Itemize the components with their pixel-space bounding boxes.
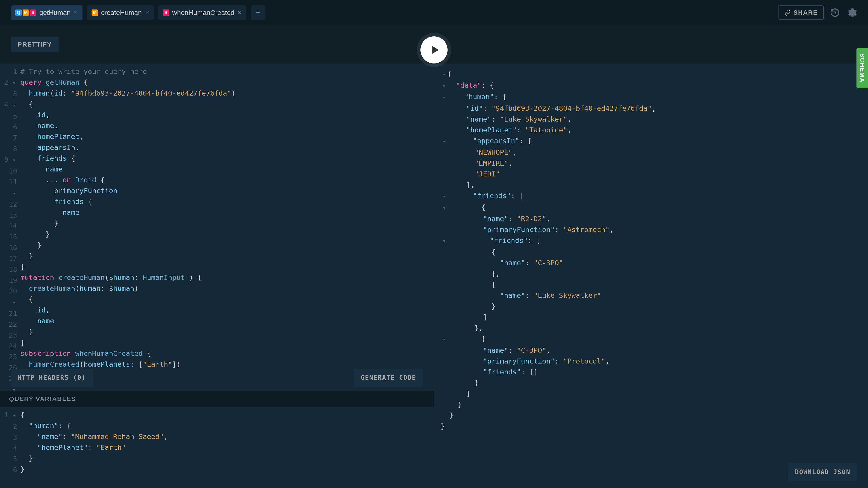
schema-tab[interactable]: SCHEMA	[857, 48, 868, 88]
variables-editor[interactable]: 1 ▾23456 { "human": { "name": "Muhammad …	[0, 407, 434, 488]
prettify-button[interactable]: PRETTIFY	[11, 37, 59, 52]
history-icon[interactable]	[830, 7, 840, 18]
http-headers-button[interactable]: HTTP HEADERS (0)	[11, 369, 93, 387]
tab-whenHumanCreated[interactable]: S whenHumanCreated ×	[158, 5, 246, 20]
tab-label: createHuman	[101, 9, 142, 17]
top-bar: Q M S getHuman × M createHuman × S whenH…	[0, 0, 868, 25]
settings-icon[interactable]	[846, 7, 857, 18]
mutation-badge: M	[23, 9, 29, 16]
download-json-button[interactable]: DOWNLOAD JSON	[788, 463, 857, 481]
subscription-badge: S	[30, 9, 36, 16]
play-button[interactable]	[421, 36, 447, 64]
mutation-badge: M	[92, 9, 98, 16]
tab-label: getHuman	[39, 9, 70, 17]
result-json[interactable]: ▾{▾ "data": {▾ "human": { "id": "94fbd69…	[441, 68, 861, 431]
tab-label: whenHumanCreated	[172, 9, 235, 17]
share-button[interactable]: SHARE	[778, 5, 824, 20]
tab-badges: M	[92, 9, 98, 16]
query-code[interactable]: # Try to write your query herequery getH…	[20, 64, 434, 391]
close-icon[interactable]: ×	[238, 8, 242, 17]
play-icon	[430, 44, 441, 56]
share-label: SHARE	[794, 9, 818, 16]
add-tab-button[interactable]: +	[251, 5, 266, 20]
link-icon	[784, 9, 791, 16]
variables-header[interactable]: QUERY VARIABLES	[0, 391, 434, 407]
variables-code[interactable]: { "human": { "name": "Muhammad Rehan Sae…	[20, 407, 434, 488]
svg-marker-0	[432, 46, 439, 54]
tab-getHuman[interactable]: Q M S getHuman ×	[11, 5, 83, 20]
query-editor[interactable]: 12 ▾34 ▾56789 ▾1011 ▾121314151617181920 …	[0, 64, 434, 391]
top-right: SHARE	[778, 5, 857, 20]
line-gutter: 12 ▾34 ▾56789 ▾1011 ▾121314151617181920 …	[0, 64, 20, 391]
toolbar-row: PRETTIFY	[0, 25, 868, 64]
tab-badges: S	[163, 9, 169, 16]
result-pane: ▾{▾ "data": {▾ "human": { "id": "94fbd69…	[434, 64, 868, 488]
generate-code-button[interactable]: GENERATE CODE	[354, 369, 423, 387]
query-badge: Q	[16, 9, 22, 16]
close-icon[interactable]: ×	[145, 8, 149, 17]
subscription-badge: S	[163, 9, 169, 16]
query-pane: 12 ▾34 ▾56789 ▾1011 ▾121314151617181920 …	[0, 64, 434, 488]
tab-createHuman[interactable]: M createHuman ×	[87, 5, 154, 20]
tab-badges: Q M S	[16, 9, 36, 16]
line-gutter: 1 ▾23456	[0, 407, 20, 488]
variables-panel: QUERY VARIABLES 1 ▾23456 { "human": { "n…	[0, 391, 434, 488]
tabs: Q M S getHuman × M createHuman × S whenH…	[11, 5, 266, 20]
close-icon[interactable]: ×	[74, 8, 78, 17]
main: 12 ▾34 ▾56789 ▾1011 ▾121314151617181920 …	[0, 64, 868, 488]
